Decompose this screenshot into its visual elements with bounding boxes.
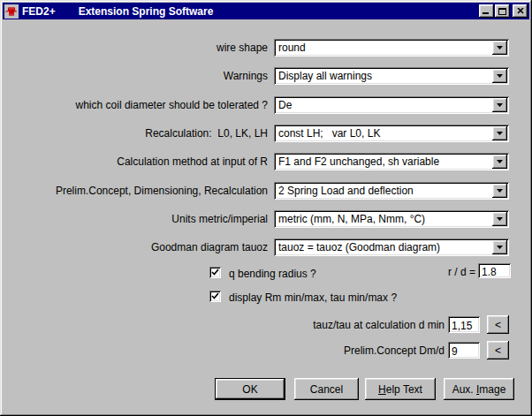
- combo-wire-shape-dropdown-button[interactable]: [492, 41, 507, 55]
- combo-calculation-mode-value: 2 Spring Load and deflection: [278, 185, 414, 197]
- tolerated-coil-diameter-label: which coil diameter should be tolerated …: [9, 96, 268, 114]
- check-icon: [211, 292, 219, 300]
- window-title: Extension Spring Software: [79, 5, 214, 18]
- combo-tolerated-coil-diameter-value: De: [278, 99, 292, 111]
- help-text-button[interactable]: Help Text: [365, 378, 436, 400]
- maximize-icon: [498, 8, 506, 15]
- checkbox-display-rm-minmax[interactable]: [209, 291, 221, 302]
- chevron-down-icon: [497, 132, 503, 135]
- chevron-down-icon: [497, 189, 503, 193]
- dm-d-input[interactable]: [448, 342, 480, 359]
- minimize-button[interactable]: [479, 4, 494, 18]
- chevron-down-icon: [497, 160, 503, 163]
- close-icon: [517, 8, 524, 14]
- combo-wire-shape-value: round: [278, 42, 306, 54]
- dm-d-decrement-button[interactable]: <: [487, 341, 509, 359]
- combo-warnings[interactable]: Display all warnings: [274, 67, 509, 85]
- combo-units-dropdown-button[interactable]: [492, 212, 507, 226]
- tauz-tau-input[interactable]: [448, 316, 480, 333]
- spring-icon: [4, 4, 19, 19]
- calculation-method-label: Calculation method at input of R: [9, 153, 268, 170]
- combo-goodman-diagram-value: tauoz = tauoz (Goodman diagram): [278, 241, 440, 253]
- combo-units[interactable]: metric (mm, N, MPa, Nmm, °C): [274, 210, 509, 228]
- maximize-button[interactable]: [495, 4, 510, 18]
- combo-wire-shape[interactable]: round: [274, 39, 509, 57]
- chevron-down-icon: [497, 246, 503, 249]
- combo-warnings-dropdown-button[interactable]: [492, 69, 507, 83]
- combo-tolerated-coil-diameter[interactable]: De: [274, 96, 509, 114]
- dm-d-label: Prelim.Concept Dm/d: [177, 344, 445, 357]
- ok-button[interactable]: OK: [215, 378, 285, 400]
- combo-calculation-method-value: F1 and F2 unchanged, sh variable: [278, 155, 439, 168]
- display-rm-minmax-label: display Rm min/max, tau min/max ?: [229, 291, 397, 304]
- combo-calculation-method-dropdown-button[interactable]: [492, 155, 507, 169]
- combo-calculation-mode[interactable]: 2 Spring Load and deflection: [274, 182, 509, 200]
- tauz-tau-label: tauz/tau at calculation d min: [177, 319, 445, 331]
- units-label: Units metric/imperial: [9, 210, 268, 228]
- chevron-down-icon: [497, 46, 503, 49]
- combo-tolerated-coil-diameter-dropdown-button[interactable]: [492, 98, 507, 112]
- calculation-mode-label: Prelim.Concept, Dimensioning, Recalculat…: [9, 182, 268, 200]
- combo-calculation-mode-dropdown-button[interactable]: [492, 184, 507, 198]
- combo-goodman-diagram-dropdown-button[interactable]: [492, 240, 507, 254]
- recalculation-label: Recalculation: L0, LK, LH: [9, 125, 268, 142]
- combo-recalculation-dropdown-button[interactable]: [492, 126, 507, 140]
- app-name: FED2+: [22, 5, 56, 18]
- minimize-icon: [483, 12, 489, 14]
- combo-units-value: metric (mm, N, MPa, Nmm, °C): [278, 213, 425, 225]
- combo-calculation-method[interactable]: F1 and F2 unchanged, sh variable: [274, 153, 509, 170]
- tauz-tau-decrement-button[interactable]: <: [487, 315, 509, 334]
- q-bending-radius-label: q bending radius ?: [229, 268, 316, 280]
- checkbox-q-bending-radius[interactable]: [209, 267, 221, 278]
- warnings-label: Warnings: [9, 67, 268, 85]
- r-d-input[interactable]: [478, 263, 511, 278]
- combo-goodman-diagram[interactable]: tauoz = tauoz (Goodman diagram): [274, 238, 509, 256]
- aux-image-button[interactable]: Aux. Image: [444, 378, 514, 400]
- chevron-down-icon: [497, 74, 503, 78]
- r-d-label: r / d =: [353, 266, 475, 278]
- combo-recalculation-value: const LH; var L0, LK: [278, 127, 380, 140]
- close-button[interactable]: [513, 4, 528, 18]
- dialog-window: FED2+ Extension Spring Software wire sha…: [0, 0, 532, 416]
- cancel-button[interactable]: Cancel: [294, 378, 359, 400]
- wire-shape-label: wire shape: [9, 39, 268, 57]
- goodman-diagram-label: Goodman diagram tauoz: [9, 238, 268, 256]
- combo-recalculation[interactable]: const LH; var L0, LK: [274, 125, 509, 142]
- chevron-down-icon: [497, 103, 503, 107]
- title-bar[interactable]: FED2+ Extension Spring Software: [3, 3, 529, 19]
- combo-warnings-value: Display all warnings: [278, 70, 372, 82]
- check-icon: [211, 269, 219, 276]
- chevron-down-icon: [497, 217, 503, 221]
